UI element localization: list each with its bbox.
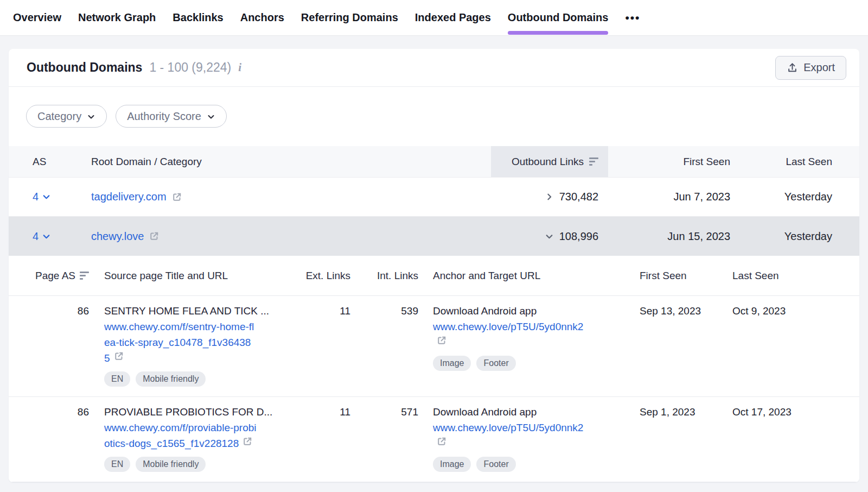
outbound-links-value: 730,482 bbox=[559, 191, 598, 203]
category-filter-label: Category bbox=[37, 110, 81, 123]
last-seen-value: Yesterday bbox=[730, 230, 859, 243]
last-seen-value: Oct 17, 2023 bbox=[732, 405, 859, 420]
external-link-icon[interactable] bbox=[171, 192, 182, 203]
tab-referring-domains[interactable]: Referring Domains bbox=[301, 0, 398, 35]
category-filter-dropdown[interactable]: Category bbox=[26, 105, 107, 128]
info-icon[interactable]: i bbox=[238, 61, 241, 74]
source-url-line[interactable]: ea-tick-spray_c10478_f1v36438 bbox=[104, 335, 301, 350]
page-as-value: 86 bbox=[78, 304, 89, 319]
as-chevron-down-icon[interactable] bbox=[42, 192, 51, 201]
results-range: 1 - 100 (9,224) bbox=[149, 60, 231, 75]
authority-score-filter-dropdown[interactable]: Authority Score bbox=[116, 105, 227, 128]
header-page-as-label: Page AS bbox=[35, 270, 75, 282]
sort-desc-icon bbox=[589, 157, 598, 166]
header-first-seen: First Seen bbox=[640, 270, 732, 282]
domain-row-chewy-love: 4 chewy.love 108,996 Jun 15, 2023 Yester… bbox=[9, 217, 859, 256]
last-seen-value: Yesterday bbox=[730, 191, 859, 203]
upload-icon bbox=[787, 62, 798, 73]
domains-table-header: AS Root Domain / Category Outbound Links… bbox=[9, 146, 859, 178]
expand-row-chevron-right-icon[interactable] bbox=[545, 192, 554, 201]
external-link-icon[interactable] bbox=[242, 436, 253, 447]
external-link-icon[interactable] bbox=[113, 351, 124, 362]
source-url-line[interactable]: www.chewy.com/f/sentry-home-fl bbox=[104, 319, 301, 335]
source-page-title: PROVIABLE PROBIOTICS FOR D... bbox=[104, 405, 301, 420]
footer-badge: Footer bbox=[476, 457, 515, 472]
root-domain-link[interactable]: chewy.love bbox=[91, 230, 144, 243]
first-seen-value: Jun 15, 2023 bbox=[608, 230, 730, 243]
header-last-seen: Last Seen bbox=[732, 270, 859, 282]
external-link-icon[interactable] bbox=[436, 436, 447, 447]
int-links-value: 571 bbox=[350, 405, 418, 420]
first-seen-value: Jun 7, 2023 bbox=[608, 191, 730, 203]
ext-links-value: 11 bbox=[301, 405, 350, 420]
tab-outbound-domains[interactable]: Outbound Domains bbox=[508, 0, 609, 35]
target-url-link[interactable]: www.chewy.love/pT5U/5yd0nnk2 bbox=[433, 420, 640, 436]
last-seen-value: Oct 9, 2023 bbox=[732, 304, 859, 319]
as-value-link[interactable]: 4 bbox=[33, 191, 39, 203]
header-source-page: Source page Title and URL bbox=[89, 270, 301, 282]
first-seen-value: Sep 1, 2023 bbox=[640, 405, 732, 420]
image-badge: Image bbox=[433, 356, 471, 371]
footer-badge: Footer bbox=[476, 356, 515, 371]
en-badge: EN bbox=[104, 371, 130, 387]
int-links-value: 539 bbox=[350, 304, 418, 319]
mobile-friendly-badge: Mobile friendly bbox=[136, 371, 206, 387]
header-first-seen: First Seen bbox=[608, 156, 730, 168]
header-page-as[interactable]: Page AS bbox=[9, 270, 89, 282]
report-tabs-bar: Overview Network Graph Backlinks Anchors… bbox=[0, 0, 868, 36]
sort-desc-icon bbox=[80, 272, 89, 280]
tab-backlinks[interactable]: Backlinks bbox=[173, 0, 223, 35]
source-url-line[interactable]: otics-dogs_c1565_f1v228128 bbox=[104, 436, 301, 451]
anchor-text: Download Android app bbox=[433, 304, 640, 319]
first-seen-value: Sep 13, 2023 bbox=[640, 304, 732, 319]
page-as-value: 86 bbox=[78, 405, 89, 420]
chevron-down-icon bbox=[207, 112, 215, 121]
page-title: Outbound Domains bbox=[27, 60, 142, 75]
panel-header: Outbound Domains 1 - 100 (9,224) i Expor… bbox=[9, 49, 859, 87]
mobile-friendly-badge: Mobile friendly bbox=[136, 457, 206, 472]
header-anchor-target: Anchor and Target URL bbox=[418, 270, 640, 282]
tab-indexed-pages[interactable]: Indexed Pages bbox=[415, 0, 491, 35]
more-tabs-icon[interactable]: ••• bbox=[625, 0, 640, 35]
tab-anchors[interactable]: Anchors bbox=[240, 0, 284, 35]
page-row-sentry: 86 SENTRY HOME FLEA AND TICK ... www.che… bbox=[9, 296, 859, 397]
header-outbound-links-label: Outbound Links bbox=[512, 156, 584, 168]
target-url-link[interactable]: www.chewy.love/pT5U/5yd0nnk2 bbox=[433, 319, 640, 335]
export-button[interactable]: Export bbox=[775, 56, 846, 80]
header-last-seen: Last Seen bbox=[730, 156, 859, 168]
filters-bar: Category Authority Score bbox=[9, 87, 859, 146]
as-chevron-down-icon[interactable] bbox=[42, 232, 51, 241]
anchor-text: Download Android app bbox=[433, 405, 640, 420]
export-button-label: Export bbox=[803, 61, 835, 74]
authority-score-filter-label: Authority Score bbox=[127, 110, 201, 123]
source-url-line[interactable]: 5 bbox=[104, 350, 301, 366]
external-link-icon[interactable] bbox=[436, 335, 447, 346]
image-badge: Image bbox=[433, 457, 471, 472]
collapse-row-chevron-down-icon[interactable] bbox=[545, 232, 554, 241]
tab-network-graph[interactable]: Network Graph bbox=[78, 0, 156, 35]
en-badge: EN bbox=[104, 457, 130, 472]
source-url-line-end: 5 bbox=[104, 352, 110, 364]
domain-row-tagdelivery: 4 tagdelivery.com 730,482 Jun 7, 2023 Ye… bbox=[9, 178, 859, 217]
outbound-links-value: 108,996 bbox=[559, 230, 598, 243]
ext-links-value: 11 bbox=[301, 304, 350, 319]
tab-overview[interactable]: Overview bbox=[13, 0, 61, 35]
header-root-domain: Root Domain / Category bbox=[82, 156, 491, 168]
page-row-proviable: 86 PROVIABLE PROBIOTICS FOR D... www.che… bbox=[9, 397, 859, 482]
chevron-down-icon bbox=[87, 112, 95, 121]
header-as: AS bbox=[9, 156, 82, 168]
header-ext-links: Ext. Links bbox=[301, 270, 350, 282]
root-domain-link[interactable]: tagdelivery.com bbox=[91, 191, 167, 203]
source-page-title: SENTRY HOME FLEA AND TICK ... bbox=[104, 304, 301, 319]
pages-table-header: Page AS Source page Title and URL Ext. L… bbox=[9, 256, 859, 296]
header-int-links: Int. Links bbox=[350, 270, 418, 282]
external-link-icon[interactable] bbox=[149, 231, 159, 242]
as-value-link[interactable]: 4 bbox=[33, 230, 39, 243]
outbound-domains-panel: Outbound Domains 1 - 100 (9,224) i Expor… bbox=[9, 49, 859, 482]
source-url-line[interactable]: www.chewy.com/f/proviable-probi bbox=[104, 420, 301, 436]
header-outbound-links[interactable]: Outbound Links bbox=[491, 146, 608, 177]
source-url-line-end: otics-dogs_c1565_f1v228128 bbox=[104, 438, 239, 449]
